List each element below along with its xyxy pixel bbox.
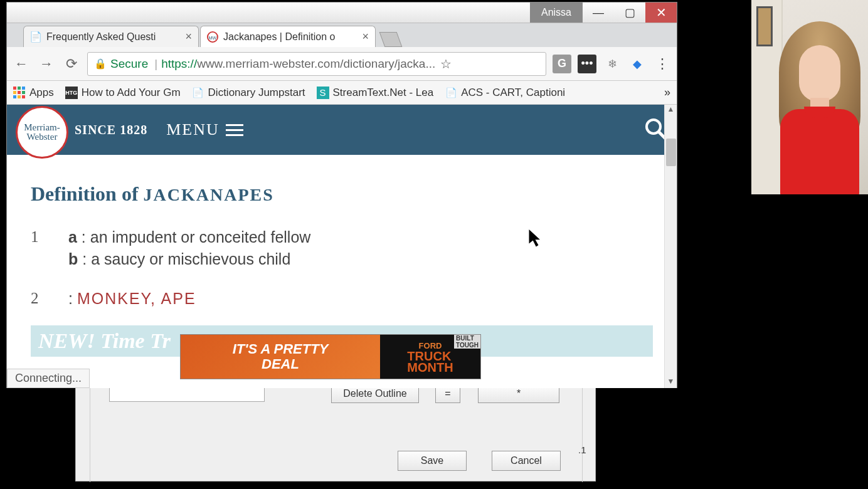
- ad-right-panel: ▷ FORD TRUCKMONTH BUILTTOUGH: [380, 335, 480, 379]
- url-protocol: https://: [161, 57, 197, 71]
- address-bar[interactable]: 🔒 Secure | https:// www.merriam-webster.…: [87, 52, 546, 76]
- sense-2: 2 : MONKEY, APE: [31, 290, 653, 308]
- tab-label: Jackanapes | Definition o: [223, 31, 358, 43]
- file-icon: 📄: [30, 31, 41, 43]
- bookmark-streamtext[interactable]: S StreamText.Net - Lea: [317, 87, 434, 99]
- minimize-button[interactable]: —: [583, 3, 614, 23]
- cancel-button[interactable]: Cancel: [492, 451, 561, 471]
- chrome-menu-button[interactable]: ⋮: [653, 55, 672, 73]
- menu-button[interactable]: MENU: [166, 120, 243, 139]
- extension-snowflake-icon[interactable]: ❄: [603, 55, 622, 73]
- headword: JACKANAPES: [144, 185, 274, 204]
- site-header: Merriam- Webster SINCE 1828 MENU: [7, 105, 677, 155]
- browser-toolbar: ← → ⟳ 🔒 Secure | https:// www.merriam-we…: [7, 47, 677, 81]
- window-titlebar: Anissa — ▢ ✕: [7, 3, 677, 23]
- logo-text-top: Merriam-: [24, 123, 60, 132]
- heading-prefix: Definition of: [31, 182, 144, 205]
- mw-logo[interactable]: Merriam- Webster: [16, 106, 68, 159]
- lock-icon: 🔒: [94, 58, 107, 70]
- senses: 1 a : an impudent or conceited fellow b …: [31, 228, 653, 308]
- sense-number: 2: [31, 290, 43, 308]
- bookmark-label: ACS - CART, Captioni: [461, 87, 565, 99]
- bookmark-dictionary-jumpstart[interactable]: 📄 Dictionary Jumpstart: [192, 87, 305, 99]
- url-text: www.merriam-webster.com/dictionary/jacka…: [197, 57, 435, 71]
- save-button[interactable]: Save: [398, 451, 467, 471]
- menu-label: MENU: [166, 120, 220, 139]
- close-button[interactable]: ✕: [645, 3, 677, 23]
- cross-ref-link[interactable]: MONKEY: [77, 290, 151, 307]
- status-bar: Connecting...: [7, 369, 90, 388]
- vertical-scrollbar[interactable]: ▲ ▼: [664, 105, 677, 388]
- sense-1a: a : an impudent or conceited fellow: [68, 228, 310, 246]
- close-tab-icon[interactable]: ×: [185, 30, 192, 43]
- bookmark-acs[interactable]: 📄 ACS - CART, Captioni: [445, 87, 565, 99]
- subsense-letter: a: [68, 228, 77, 246]
- reload-button[interactable]: ⟳: [62, 55, 81, 73]
- subsense-letter: b: [68, 250, 78, 268]
- webcam-overlay: [751, 0, 868, 194]
- ad-built-tough: BUILTTOUGH: [454, 335, 480, 349]
- bookmark-label: How to Add Your Gm: [82, 87, 181, 99]
- separator: |: [154, 57, 157, 71]
- apps-grid-icon: [13, 87, 26, 99]
- htg-icon: HTG: [65, 87, 78, 99]
- svg-text:MW: MW: [209, 34, 217, 40]
- bookmark-label: Dictionary Jumpstart: [208, 87, 305, 99]
- since-label: SINCE 1828: [75, 123, 147, 137]
- subsense-text: an impudent or conceited fellow: [90, 228, 311, 246]
- apps-label: Apps: [29, 87, 54, 99]
- scroll-thumb[interactable]: [666, 139, 676, 166]
- apps-button[interactable]: Apps: [13, 87, 54, 99]
- file-icon: 📄: [445, 87, 457, 99]
- new-tab-button[interactable]: [379, 32, 403, 47]
- tab-jackanapes[interactable]: MW Jackanapes | Definition o ×: [200, 26, 376, 47]
- version-label: .1: [578, 444, 586, 455]
- tab-faq[interactable]: 📄 Frequently Asked Questi ×: [23, 26, 199, 47]
- tab-label: Frequently Asked Questi: [46, 31, 181, 43]
- extension-gem-icon[interactable]: ◆: [628, 55, 647, 73]
- maximize-button[interactable]: ▢: [614, 3, 645, 23]
- definition-heading: Definition of JACKANAPES: [31, 182, 653, 206]
- extension-g-icon[interactable]: G: [553, 55, 571, 73]
- sense-number: 1: [31, 228, 43, 272]
- page-viewport: Merriam- Webster SINCE 1828 MENU Definit…: [7, 105, 677, 388]
- profile-badge[interactable]: Anissa: [530, 3, 583, 23]
- bookmark-label: StreamText.Net - Lea: [333, 87, 434, 99]
- ad-truck: TRUCKMONTH: [407, 350, 453, 373]
- cross-ref-link[interactable]: APE: [161, 290, 196, 307]
- close-tab-icon[interactable]: ×: [362, 30, 369, 43]
- back-button[interactable]: ←: [12, 55, 31, 73]
- subsense-text: a saucy or mischievous child: [91, 250, 290, 268]
- ad-left-panel: IT'S A PRETTYDEAL: [181, 335, 380, 379]
- bookmark-star-icon[interactable]: ☆: [440, 56, 452, 71]
- scroll-down-icon[interactable]: ▼: [667, 377, 675, 388]
- scroll-up-icon[interactable]: ▲: [667, 105, 675, 116]
- mw-favicon: MW: [207, 31, 218, 43]
- window-controls: — ▢ ✕: [583, 3, 677, 23]
- background-dialog: Delete Outline = * Save Cancel .1: [75, 381, 596, 481]
- secure-label: Secure: [110, 57, 148, 71]
- ad-banner[interactable]: IT'S A PRETTYDEAL ▷ FORD TRUCKMONTH BUIL…: [180, 334, 481, 379]
- sense-1b: b : a saucy or mischievous child: [68, 250, 310, 268]
- sense-1: 1 a : an impudent or conceited fellow b …: [31, 228, 653, 272]
- bookmarks-bar: Apps HTG How to Add Your Gm 📄 Dictionary…: [7, 81, 677, 105]
- logo-text-bottom: Webster: [27, 132, 58, 142]
- hamburger-icon: [226, 124, 243, 136]
- bookmark-htg[interactable]: HTG How to Add Your Gm: [65, 87, 181, 99]
- streamtext-icon: S: [317, 87, 329, 99]
- bookmark-overflow-button[interactable]: »: [664, 86, 670, 99]
- file-icon: 📄: [192, 87, 204, 99]
- definition-content: Definition of JACKANAPES 1 a : an impude…: [7, 155, 677, 357]
- extension-ellipsis-icon[interactable]: •••: [578, 55, 596, 73]
- forward-button[interactable]: →: [37, 55, 56, 73]
- tab-strip: 📄 Frequently Asked Questi × MW Jackanape…: [7, 23, 677, 47]
- chrome-window: Anissa — ▢ ✕ 📄 Frequently Asked Questi ×…: [6, 2, 677, 388]
